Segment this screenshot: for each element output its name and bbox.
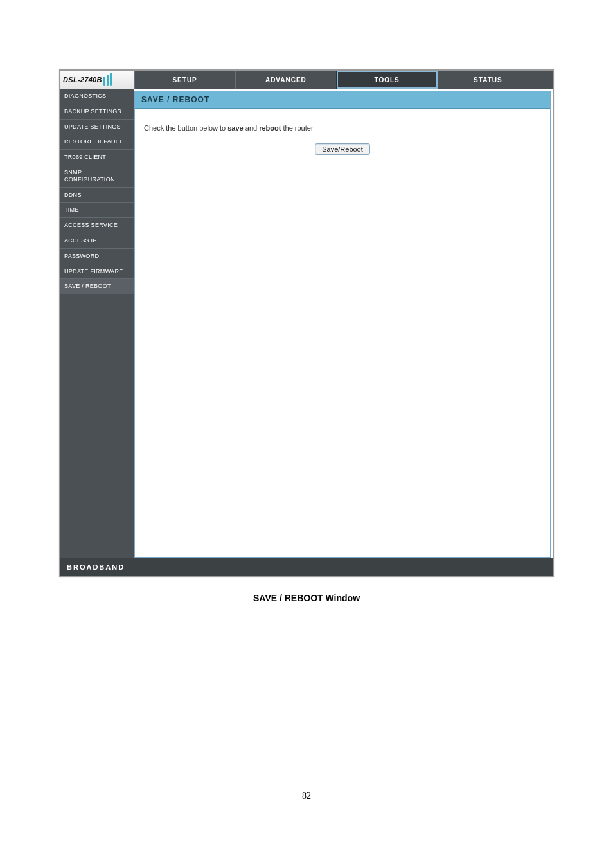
sidebar-item-snmp-configuration[interactable]: SNMP CONFIGURATION <box>60 165 134 188</box>
footer-broadband: BROADBAND <box>60 558 553 576</box>
signal-stripes-icon <box>103 74 112 86</box>
content-panel: SAVE / REBOOT Check the button below to … <box>134 91 551 558</box>
instruction-text: Check the button below to save and reboo… <box>144 124 541 132</box>
tab-spacer <box>538 71 553 89</box>
tab-setup[interactable]: SETUP <box>134 71 235 89</box>
sidebar-fill <box>60 294 134 558</box>
sidebar-item-access-ip[interactable]: ACCESS IP <box>60 233 134 249</box>
figure-caption: SAVE / REBOOT Window <box>0 593 613 603</box>
sidebar-item-restore-default[interactable]: RESTORE DEFAULT <box>60 134 134 150</box>
instr-mid: and <box>244 124 259 132</box>
sidebar-item-time[interactable]: TIME <box>60 203 134 218</box>
sidebar-item-password[interactable]: PASSWORD <box>60 249 134 264</box>
router-admin-window: DSL-2740B SETUP ADVANCED TOOLS STATUS DI… <box>59 69 554 577</box>
sidebar-item-update-firmware[interactable]: UPDATE FIRMWARE <box>60 264 134 280</box>
tab-tools[interactable]: TOOLS <box>337 71 438 89</box>
sidebar-item-backup-settings[interactable]: BACKUP SETTINGS <box>60 104 134 120</box>
tab-advanced[interactable]: ADVANCED <box>235 71 336 89</box>
sidebar-item-save-reboot[interactable]: SAVE / REBOOT <box>60 279 134 294</box>
instr-pre: Check the button below to <box>144 124 227 132</box>
main-tabs: SETUP ADVANCED TOOLS STATUS <box>134 71 553 89</box>
panel-header: SAVE / REBOOT <box>135 91 550 109</box>
instr-b1: save <box>227 124 243 132</box>
sidebar-item-access-service[interactable]: ACCESS SERVICE <box>60 218 134 233</box>
instr-post: the router. <box>281 124 315 132</box>
sidebar-item-tr069-client[interactable]: TR069 CLIENT <box>60 150 134 165</box>
sidebar-item-ddns[interactable]: DDNS <box>60 188 134 203</box>
model-box: DSL-2740B <box>60 71 134 89</box>
model-label: DSL-2740B <box>63 76 102 84</box>
instr-b2: reboot <box>259 124 281 132</box>
save-reboot-button[interactable]: Save/Reboot <box>315 143 370 155</box>
topbar: DSL-2740B SETUP ADVANCED TOOLS STATUS <box>60 71 553 89</box>
sidebar: DIAGNOSTICS BACKUP SETTINGS UPDATE SETTI… <box>60 89 134 558</box>
sidebar-item-update-settings[interactable]: UPDATE SETTINGS <box>60 120 134 135</box>
tab-status[interactable]: STATUS <box>438 71 538 89</box>
sidebar-item-diagnostics[interactable]: DIAGNOSTICS <box>60 89 134 104</box>
panel-body: Check the button below to save and reboo… <box>135 109 550 160</box>
body-region: DIAGNOSTICS BACKUP SETTINGS UPDATE SETTI… <box>60 89 553 558</box>
page-number: 82 <box>0 791 613 801</box>
button-row: Save/Reboot <box>144 143 541 155</box>
